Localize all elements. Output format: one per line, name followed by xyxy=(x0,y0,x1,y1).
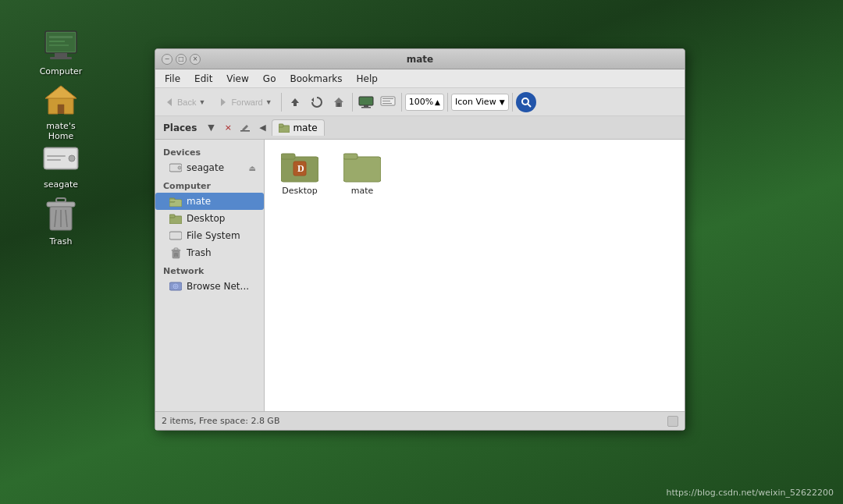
location-back-btn[interactable]: ◀ xyxy=(254,120,270,136)
sidebar-browse-net-label: Browse Net... xyxy=(187,281,249,292)
status-bar: 2 items, Free space: 2.8 GB xyxy=(155,411,685,430)
svg-rect-5 xyxy=(49,41,65,42)
svg-marker-44 xyxy=(169,200,182,201)
mate-folder-label: mate xyxy=(351,186,374,196)
window-controls: − □ × xyxy=(162,54,201,65)
svg-rect-51 xyxy=(174,248,178,250)
file-manager-window: − □ × mate File Edit View Go Bookmarks H… xyxy=(155,48,685,431)
svg-rect-32 xyxy=(382,101,390,101)
svg-rect-3 xyxy=(50,57,72,59)
sidebar-item-filesystem[interactable]: File System xyxy=(155,227,264,244)
status-text: 2 items, Free space: 2.8 GB xyxy=(162,416,279,426)
computer-button[interactable] xyxy=(356,92,376,112)
svg-rect-15 xyxy=(56,198,66,202)
close-button[interactable]: × xyxy=(190,54,201,65)
svg-rect-31 xyxy=(382,98,393,99)
svg-rect-33 xyxy=(382,103,392,104)
svg-rect-38 xyxy=(279,124,283,127)
sidebar-mate-label: mate xyxy=(187,196,211,207)
sidebar-item-seagate[interactable]: seagate ⏏ xyxy=(155,159,264,176)
desktop-folder-label: Desktop xyxy=(282,186,317,196)
view-mode-select[interactable]: Icon View ▼ xyxy=(451,94,509,111)
current-tab-label: mate xyxy=(293,122,317,133)
desktop-icon-seagate[interactable]: seagate xyxy=(30,137,92,193)
sidebar-section-network: Network xyxy=(155,261,264,278)
zoom-level: 100% ▲ xyxy=(405,94,444,111)
sidebar-seagate-label: seagate xyxy=(187,162,224,173)
desktop-icon-trash[interactable]: Trash xyxy=(30,193,92,250)
trash-icon-label: Trash xyxy=(49,236,72,247)
svg-rect-27 xyxy=(359,97,373,105)
sidebar-item-desktop[interactable]: Desktop xyxy=(155,210,264,227)
sidebar-section-devices: Devices xyxy=(155,143,264,159)
svg-marker-22 xyxy=(221,98,226,106)
up-button[interactable] xyxy=(285,92,305,112)
sidebar-desktop-label: Desktop xyxy=(187,213,226,224)
svg-rect-2 xyxy=(55,53,67,57)
refresh-button[interactable] xyxy=(307,92,327,112)
svg-rect-48 xyxy=(170,232,181,239)
svg-line-35 xyxy=(528,104,531,107)
svg-rect-16 xyxy=(47,202,75,207)
svg-point-41 xyxy=(178,166,181,169)
forward-label: Forward xyxy=(231,98,262,107)
sidebar-item-mate[interactable]: mate xyxy=(155,193,264,210)
view-toggle-button[interactable] xyxy=(378,92,398,112)
current-tab[interactable]: mate xyxy=(272,119,324,136)
svg-marker-9 xyxy=(45,86,76,98)
svg-point-34 xyxy=(522,98,528,105)
menu-view[interactable]: View xyxy=(220,72,254,86)
desktop-icon-mates-home[interactable]: mate's Home xyxy=(30,78,92,144)
forward-button[interactable]: Forward ▼ xyxy=(212,94,277,111)
svg-line-54 xyxy=(177,253,178,257)
title-bar: − □ × mate xyxy=(155,49,685,69)
menu-file[interactable]: File xyxy=(158,72,187,86)
desktop-icon-computer[interactable]: Computer xyxy=(30,23,92,80)
svg-rect-26 xyxy=(337,103,340,107)
file-item-mate[interactable]: mate xyxy=(335,147,389,199)
maximize-button[interactable]: □ xyxy=(176,54,187,65)
svg-marker-23 xyxy=(291,98,299,106)
seagate-icon-label: seagate xyxy=(44,179,78,190)
svg-rect-13 xyxy=(47,155,66,157)
menu-bookmarks[interactable]: Bookmarks xyxy=(283,72,348,86)
file-view: D Desktop mate xyxy=(265,140,685,411)
places-toggle-btn[interactable]: ▼ xyxy=(203,120,219,136)
svg-rect-36 xyxy=(240,130,250,132)
svg-rect-29 xyxy=(361,107,371,108)
sidebar-item-browse-net[interactable]: Browse Net... xyxy=(155,278,264,295)
svg-rect-64 xyxy=(343,154,357,159)
location-bar: Places ▼ × ◀ mate xyxy=(155,116,685,140)
computer-icon-label: Computer xyxy=(40,66,83,76)
window-title: mate xyxy=(201,54,639,65)
home-button[interactable] xyxy=(329,92,349,112)
back-button[interactable]: Back ▼ xyxy=(158,94,211,111)
svg-text:D: D xyxy=(297,163,304,174)
desktop: Computer mate's Home seagate xyxy=(0,0,843,504)
sidebar-section-computer: Computer xyxy=(155,176,264,193)
sidebar-item-trash[interactable]: Trash xyxy=(155,244,264,261)
svg-rect-4 xyxy=(49,36,73,38)
svg-rect-46 xyxy=(169,215,175,218)
places-close-btn[interactable]: × xyxy=(220,120,236,136)
places-label: Places xyxy=(158,122,201,133)
menu-help[interactable]: Help xyxy=(350,72,384,86)
menu-go[interactable]: Go xyxy=(257,72,283,86)
watermark: https://blog.csdn.net/weixin_52622200 xyxy=(666,488,834,498)
svg-line-52 xyxy=(174,253,175,257)
edit-location-btn[interactable] xyxy=(237,120,253,136)
svg-marker-24 xyxy=(311,98,314,102)
svg-rect-6 xyxy=(49,44,69,46)
toolbar: Back ▼ Forward ▼ xyxy=(155,88,685,116)
menu-edit[interactable]: Edit xyxy=(188,72,219,86)
scrollbar-handle[interactable] xyxy=(667,416,678,427)
svg-marker-21 xyxy=(167,98,172,106)
search-button[interactable] xyxy=(516,92,536,112)
sidebar-trash-label: Trash xyxy=(187,247,212,258)
minimize-button[interactable]: − xyxy=(162,54,173,65)
back-label: Back xyxy=(177,98,196,107)
file-item-desktop[interactable]: D Desktop xyxy=(272,147,327,199)
svg-rect-60 xyxy=(281,154,295,159)
svg-point-12 xyxy=(69,155,75,161)
svg-rect-63 xyxy=(343,157,381,182)
